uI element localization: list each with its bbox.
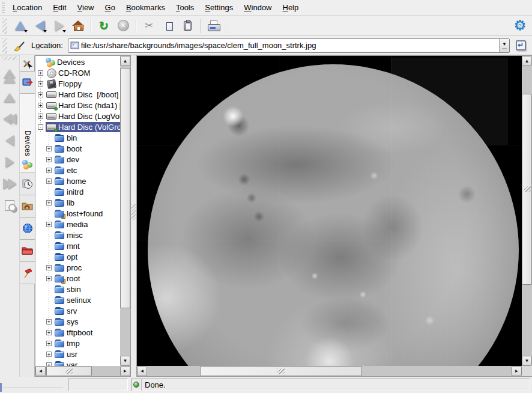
sidebar-tab-network[interactable] <box>20 218 35 240</box>
scroll-down-arrow[interactable]: ▼ <box>522 356 532 366</box>
menu-help[interactable]: Help <box>277 1 304 14</box>
go-button[interactable]: ↵ <box>513 38 528 53</box>
menu-go[interactable]: Go <box>100 1 121 14</box>
tree-row-srv[interactable]: srv <box>35 305 120 316</box>
menu-tools[interactable]: Tools <box>171 1 199 14</box>
scroll-right-arrow[interactable]: ► <box>512 366 522 376</box>
tree-expander[interactable]: + <box>38 70 43 76</box>
scroll-up-arrow[interactable]: ▲ <box>522 56 532 66</box>
menu-bookmarks[interactable]: Bookmarks <box>121 1 171 14</box>
tree-row-mnt[interactable]: mnt <box>35 240 120 251</box>
location-dropdown-button[interactable]: ▼ <box>499 39 509 52</box>
tree-expander[interactable]: + <box>38 92 43 97</box>
back-button[interactable] <box>31 17 49 34</box>
menu-view[interactable]: View <box>72 1 100 14</box>
fast-forward-button[interactable] <box>1 173 19 195</box>
tree-row-opt[interactable]: opt <box>35 251 120 262</box>
tree-expander[interactable]: + <box>38 114 43 119</box>
tree-row-sbin[interactable]: sbin <box>35 284 120 294</box>
paste-button[interactable] <box>178 17 196 34</box>
tree-expander[interactable]: + <box>46 319 52 324</box>
locationbar-handle[interactable] <box>2 38 7 53</box>
tree-row-bin[interactable]: bin <box>35 132 120 143</box>
cut-button[interactable]: ✂ <box>140 17 158 34</box>
tree-row-devices[interactable]: Devices <box>35 56 120 67</box>
sidebar-tab-root-folder[interactable] <box>20 240 35 262</box>
tree-row-var[interactable]: +var <box>35 359 120 366</box>
scrollbar-track[interactable] <box>147 366 512 376</box>
tree-expander[interactable]: + <box>46 330 52 335</box>
tree-expander[interactable]: + <box>46 178 52 184</box>
scroll-right-arrow[interactable]: ► <box>120 366 130 376</box>
scrollbar-thumb[interactable] <box>522 94 532 285</box>
tree-expander[interactable]: + <box>46 341 52 346</box>
tree-row-lost-found[interactable]: lost+found <box>35 208 120 219</box>
scrollbar-track[interactable] <box>120 66 130 356</box>
sidebar-configure-button[interactable] <box>20 55 35 72</box>
tree-expander[interactable]: + <box>46 352 52 357</box>
toolbar-handle[interactable] <box>2 18 7 34</box>
tree-row-media[interactable]: +media <box>35 219 120 230</box>
tree-row-etc[interactable]: +etc <box>35 165 120 175</box>
scroll-down-arrow[interactable]: ▼ <box>120 356 130 366</box>
tree-vertical-scrollbar[interactable]: ▲ ▼ <box>120 56 130 366</box>
tree-row-hard-disc-volgrou[interactable]: -Hard Disc (VolGrou <box>35 121 120 132</box>
tree-row-sys[interactable]: +sys <box>35 316 120 327</box>
konqueror-logo-button[interactable]: ⚙K <box>511 17 529 34</box>
tree-row-tftpboot[interactable]: +tftpboot <box>35 327 120 338</box>
menu-settings[interactable]: Settings <box>199 1 238 14</box>
tree-row-selinux[interactable]: selinux <box>35 294 120 305</box>
sidebar-tab-bookmarks[interactable] <box>20 72 35 94</box>
go-top-button[interactable] <box>1 65 19 87</box>
menu-edit[interactable]: Edit <box>47 1 71 14</box>
home-button[interactable] <box>69 17 87 34</box>
tree-row-hard-disc-logvol0[interactable]: +Hard Disc (LogVol0 <box>35 111 120 121</box>
forward-nav-button[interactable] <box>1 151 19 173</box>
sidebar-tab-devices[interactable]: Devices <box>20 94 35 173</box>
scrollbar-thumb[interactable] <box>46 366 92 376</box>
scroll-left-arrow[interactable]: ◄ <box>137 366 147 376</box>
location-input[interactable] <box>80 41 499 50</box>
tree-expander[interactable]: + <box>46 146 52 151</box>
clear-location-button[interactable] <box>11 38 28 53</box>
stop-button[interactable]: ✕ <box>114 17 132 34</box>
tree-expander[interactable]: + <box>46 362 52 367</box>
tree-row-initrd[interactable]: initrd <box>35 186 120 197</box>
tree-row-boot[interactable]: +boot <box>35 143 120 154</box>
reload-button[interactable]: ↻ <box>95 17 113 34</box>
menu-window[interactable]: Window <box>238 1 277 14</box>
tree-row-hard-disc-hda1-[interactable]: +Hard Disc (hda1) [/ <box>35 100 120 111</box>
tree-row-floppy[interactable]: +Floppy <box>35 78 120 89</box>
sidebar-tab-services[interactable] <box>20 262 35 284</box>
main-vertical-scrollbar[interactable]: ▲ ▼ <box>522 56 532 366</box>
scrollbar-track[interactable] <box>522 66 532 356</box>
tree-expander[interactable]: + <box>38 81 43 87</box>
scrollbar-thumb[interactable] <box>200 366 362 376</box>
menubar-handle[interactable] <box>2 2 5 13</box>
tree-expander[interactable]: + <box>46 200 52 206</box>
tree-row-proc[interactable]: +proc <box>35 262 120 273</box>
up-button[interactable] <box>11 17 29 34</box>
tree-row-dev[interactable]: +dev <box>35 154 120 165</box>
tree-row-hard-disc-boot-[interactable]: +Hard Disc [/boot] <box>35 89 120 100</box>
forward-button[interactable] <box>50 17 68 34</box>
sidebar-tab-home-folder[interactable] <box>20 195 35 218</box>
tree-expander[interactable]: + <box>46 265 52 270</box>
menu-location[interactable]: Location <box>7 1 47 14</box>
extra-toolbar-handle[interactable] <box>2 56 17 60</box>
scrollbar-track[interactable] <box>46 366 120 376</box>
print-button[interactable] <box>204 17 222 34</box>
tree-row-tmp[interactable]: +tmp <box>35 338 120 349</box>
tree-expander[interactable]: + <box>38 103 43 108</box>
tree-row-usr[interactable]: +usr <box>35 349 120 359</box>
tree-expander[interactable]: + <box>46 222 52 227</box>
scrollbar-thumb[interactable] <box>120 68 130 308</box>
main-horizontal-scrollbar[interactable]: ◄ ► <box>137 366 522 376</box>
scroll-left-arrow[interactable]: ◄ <box>35 366 46 376</box>
sidebar-splitter[interactable] <box>131 55 136 377</box>
tree-row-root[interactable]: +root <box>35 273 120 284</box>
sidebar-tab-history[interactable] <box>20 173 35 195</box>
tree-row-misc[interactable]: misc <box>35 230 120 240</box>
back-nav-button[interactable] <box>1 130 19 151</box>
tree-expander[interactable]: - <box>38 124 43 130</box>
